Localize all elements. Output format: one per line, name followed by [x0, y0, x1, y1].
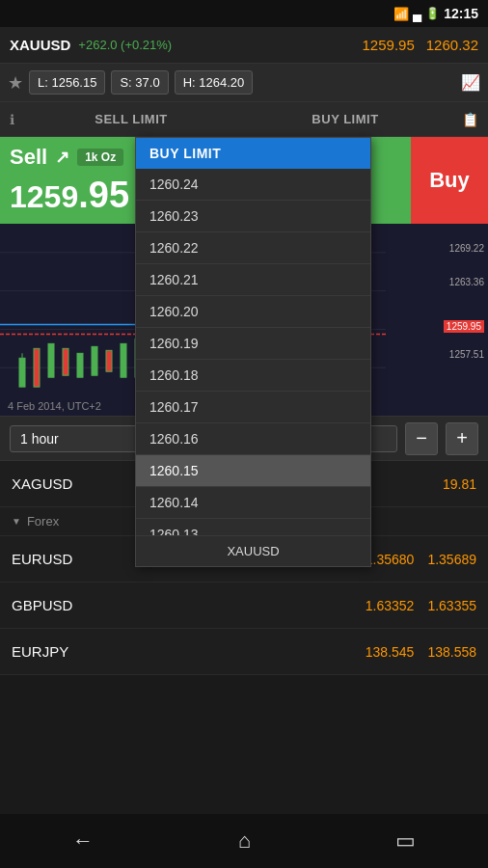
home-button[interactable]: ⌂ [238, 828, 251, 854]
dropdown-item[interactable]: 1260.22 [136, 232, 370, 264]
dropdown-item[interactable]: 1260.13 [136, 519, 370, 535]
recent-button[interactable]: ▭ [395, 828, 416, 854]
svg-rect-11 [77, 353, 83, 377]
ticker-bid: 1259.95 [363, 37, 415, 53]
signal-icon: ▄ [413, 7, 421, 21]
dropdown-item[interactable]: 1260.23 [136, 201, 370, 232]
instrument-ask: 1.63355 [427, 598, 476, 613]
dropdown-item[interactable]: 1260.17 [136, 392, 370, 423]
dropdown-footer: XAUUSD [136, 535, 370, 566]
info-button[interactable]: ℹ [0, 112, 24, 127]
dropdown-header: BUY LIMIT [136, 138, 370, 169]
chart-price-2: 1263.36 [449, 277, 484, 287]
instrument-ask: 19.81 [443, 476, 476, 492]
chart-price-1: 1269.22 [449, 243, 484, 254]
instrument-row-eurjpy[interactable]: EURJPY 138.545 138.558 [0, 629, 488, 675]
ticker-symbol: XAUUSD [10, 37, 70, 53]
ticker-ask: 1260.32 [426, 37, 478, 53]
buy-panel[interactable]: Buy [411, 137, 488, 224]
spread-box: S: 37.0 [111, 70, 168, 95]
sell-arrow-icon: ↗ [55, 147, 69, 168]
dropdown-item[interactable]: 1260.24 [136, 169, 370, 201]
lot-size: 1k Oz [77, 149, 123, 166]
instrument-ask: 1.35689 [427, 552, 476, 567]
instrument-name: EURJPY [12, 643, 366, 660]
battery-icon: 🔋 [425, 7, 440, 20]
sell-label: Sell ↗ 1k Oz [10, 145, 123, 170]
wifi-icon: 📶 [393, 7, 409, 21]
instrument-bid: 138.545 [366, 644, 415, 660]
buy-limit-dropdown[interactable]: BUY LIMIT 1260.24 1260.23 1260.22 1260.2… [135, 137, 371, 567]
controls-row: ★ L: 1256.15 S: 37.0 H: 1264.20 📈 [0, 64, 488, 102]
instrument-bid: 1.63352 [366, 598, 415, 613]
svg-rect-8 [34, 348, 40, 387]
dropdown-item[interactable]: 1260.21 [136, 264, 370, 296]
buy-label: Buy [429, 168, 470, 193]
dropdown-item[interactable]: 1260.18 [136, 360, 370, 392]
high-price-box: H: 1264.20 [175, 70, 254, 95]
chart-price-4: 1257.51 [449, 349, 484, 360]
notes-button[interactable]: 📋 [452, 112, 488, 127]
ticker-bar: XAUUSD +262.0 (+0.21%) 1259.95 1260.32 [0, 27, 488, 64]
svg-rect-14 [121, 343, 126, 377]
dropdown-item[interactable]: 1260.16 [136, 423, 370, 455]
svg-rect-9 [48, 343, 54, 377]
zoom-out-button[interactable]: − [405, 422, 438, 455]
back-button[interactable]: ← [72, 828, 94, 854]
status-time: 12:15 [444, 6, 478, 21]
instrument-name: GBPUSD [12, 597, 366, 613]
chart-date: 4 Feb 2014, UTC+2 [8, 400, 101, 412]
zoom-in-button[interactable]: + [446, 422, 478, 455]
timeframe-label: 1 hour [20, 431, 59, 447]
nav-bar: ← ⌂ ▭ [0, 814, 488, 868]
dropdown-item[interactable]: 1260.20 [136, 296, 370, 328]
dropdown-item-selected[interactable]: 1260.15 [136, 455, 370, 487]
favorite-button[interactable]: ★ [8, 72, 23, 94]
svg-rect-10 [63, 348, 68, 375]
dropdown-item[interactable]: 1260.14 [136, 487, 370, 519]
trade-row: Sell ↗ 1k Oz 1259.95 BUY LIMIT 1260.24 1… [0, 137, 488, 224]
ticker-change: +262.0 (+0.21%) [78, 38, 362, 52]
low-price-box: L: 1256.15 [29, 70, 105, 95]
instrument-row-gbpusd[interactable]: GBPUSD 1.63352 1.63355 [0, 583, 488, 629]
instrument-ask: 138.558 [427, 644, 476, 660]
status-bar: 📶 ▄ 🔋 12:15 [0, 0, 488, 27]
section-arrow-icon: ▼ [12, 516, 21, 527]
svg-rect-13 [106, 350, 112, 371]
sell-limit-button[interactable]: SELL LIMIT [24, 102, 238, 136]
buy-limit-button[interactable]: BUY LIMIT [238, 102, 452, 136]
instrument-bid: 1.35680 [366, 552, 415, 567]
sell-price: 1259.95 [10, 175, 129, 216]
svg-rect-12 [92, 346, 97, 375]
status-icons: 📶 ▄ 🔋 12:15 [393, 6, 478, 21]
section-name: Forex [27, 514, 59, 529]
limit-row: ℹ SELL LIMIT BUY LIMIT 📋 [0, 102, 488, 137]
dropdown-list[interactable]: 1260.24 1260.23 1260.22 1260.21 1260.20 … [136, 169, 370, 535]
chart-price-current: 1259.95 [444, 320, 484, 333]
dropdown-item[interactable]: 1260.19 [136, 328, 370, 360]
chart-button[interactable]: 📈 [461, 73, 480, 92]
